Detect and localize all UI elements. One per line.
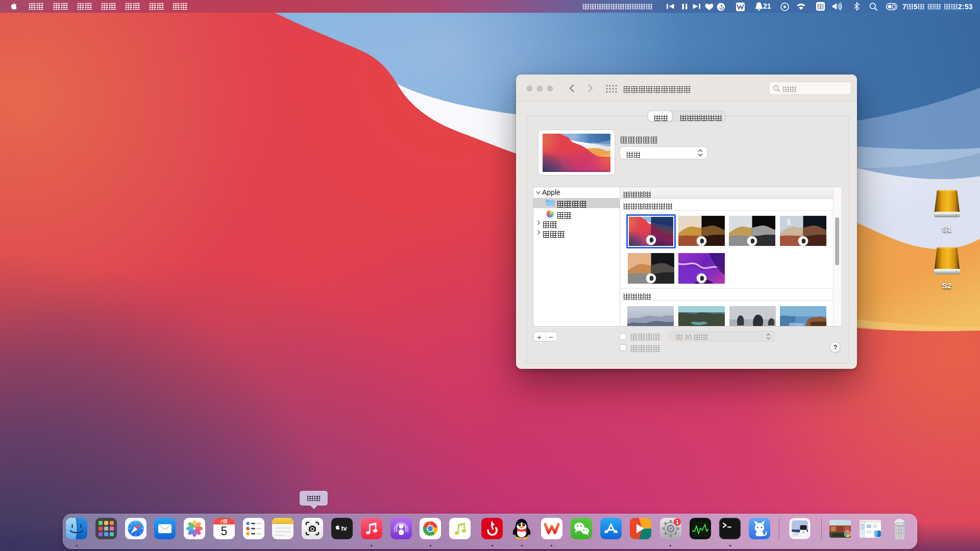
svg-text:1: 1 [676, 519, 679, 525]
svg-text:5: 5 [220, 524, 227, 538]
svg-text:tv: tv [341, 525, 347, 532]
svg-text:7: 7 [220, 519, 223, 524]
